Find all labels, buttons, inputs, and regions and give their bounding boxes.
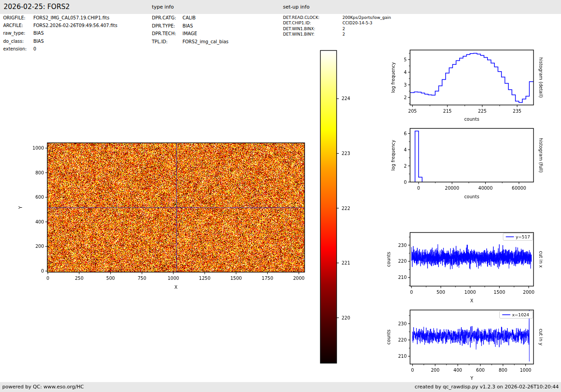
colorbar-tick-label: 224 bbox=[342, 96, 350, 101]
y-tick-label: 0 bbox=[404, 180, 406, 185]
cut_in_x-series-line bbox=[411, 244, 531, 269]
x-tick-label: 400 bbox=[453, 368, 462, 373]
x-tick-label: 2000 bbox=[523, 290, 534, 295]
x-tick-label: 200 bbox=[431, 368, 439, 373]
y-tick-label: 5 bbox=[404, 57, 406, 62]
footer-left-text: powered by QC: www.eso.org/HC bbox=[2, 384, 84, 390]
axes-box bbox=[410, 50, 534, 105]
colorbar-tick-label: 223 bbox=[342, 151, 350, 156]
x-tick-label: 250 bbox=[75, 276, 83, 281]
y-axis-label: counts bbox=[386, 329, 391, 344]
x-axis-label: X bbox=[174, 285, 178, 290]
side-label: histogram (detail) bbox=[538, 57, 543, 98]
y-axis-label: log frequency bbox=[391, 62, 396, 93]
x-tick-label: 1250 bbox=[199, 276, 210, 281]
side-label: histogram (full) bbox=[538, 138, 543, 173]
histogram_detail-series-line bbox=[410, 53, 534, 102]
y-tick-label: 400 bbox=[35, 219, 44, 224]
x-tick-label: 1500 bbox=[494, 290, 505, 295]
histogram_full-series-line bbox=[415, 131, 422, 182]
x-tick-label: 600 bbox=[476, 368, 485, 373]
y-tick-label: 600 bbox=[35, 195, 44, 200]
y-tick-label: 230 bbox=[398, 243, 406, 248]
x-tick-label: 2000 bbox=[293, 276, 304, 281]
colorbar-tick-label: 222 bbox=[342, 206, 350, 211]
footer-bar: powered by QC: www.eso.org/HC created by… bbox=[0, 382, 561, 392]
cut_in_y-axes: 02004006008001000210220230Ycountscut in … bbox=[386, 310, 543, 381]
x-tick-label: 40000 bbox=[479, 186, 493, 191]
x-tick-label: 1000 bbox=[520, 368, 531, 373]
axes-box bbox=[47, 143, 305, 272]
x-tick-label: 1750 bbox=[262, 276, 273, 281]
bias_image-axes: 0250500750100012501500175020000200400600… bbox=[18, 143, 305, 290]
axes-box bbox=[410, 128, 534, 182]
footer-right-text: created by qc_rawdisp.py v1.2.3 on 2026-… bbox=[415, 384, 559, 390]
x-tick-label: 500 bbox=[437, 290, 445, 295]
x-tick-label: 1000 bbox=[465, 290, 476, 295]
legend-label: x=1024 bbox=[512, 312, 529, 317]
y-tick-label: 800 bbox=[35, 170, 44, 175]
x-axis-label: Y bbox=[470, 376, 474, 381]
x-tick-label: 60000 bbox=[512, 186, 526, 191]
x-tick-label: 235 bbox=[513, 109, 521, 114]
histogram_detail-axes: 2052152252352345countslog frequencyhisto… bbox=[391, 50, 543, 122]
x-tick-label: 1500 bbox=[230, 276, 242, 281]
y-tick-label: 220 bbox=[398, 259, 406, 264]
y-tick-label: 6 bbox=[404, 131, 406, 136]
y-tick-label: 230 bbox=[398, 321, 406, 326]
y-tick-label: 210 bbox=[398, 275, 406, 280]
colorbar-gradient bbox=[320, 50, 337, 363]
y-tick-label: 1000 bbox=[32, 146, 44, 150]
y-tick-label: 2 bbox=[404, 164, 406, 169]
x-tick-label: 800 bbox=[499, 368, 507, 373]
colorbar-tick-label: 220 bbox=[342, 315, 350, 320]
x-tick-label: 0 bbox=[410, 290, 413, 295]
x-axis-label: counts bbox=[464, 117, 479, 122]
x-tick-label: 225 bbox=[478, 109, 487, 114]
y-axis-label: Y bbox=[18, 206, 23, 210]
x-tick-label: 20000 bbox=[445, 186, 459, 191]
x-tick-label: 205 bbox=[408, 109, 417, 114]
y-tick-label: 200 bbox=[35, 244, 44, 249]
x-axis-label: X bbox=[470, 298, 474, 303]
x-tick-label: 0 bbox=[411, 368, 414, 373]
y-tick-label: 220 bbox=[398, 337, 406, 342]
legend-label: y=517 bbox=[516, 234, 530, 239]
y-tick-label: 4 bbox=[404, 147, 406, 152]
y-tick-label: 4 bbox=[404, 70, 406, 75]
x-tick-label: 0 bbox=[46, 276, 49, 281]
x-tick-label: 500 bbox=[106, 276, 115, 281]
figure-plots-svg: 0250500750100012501500175020000200400600… bbox=[0, 0, 561, 392]
x-tick-label: 215 bbox=[443, 109, 452, 114]
colorbar-tick-label: 221 bbox=[342, 260, 350, 265]
x-tick-label: 1000 bbox=[168, 276, 179, 281]
colorbar: 220221222223224 bbox=[320, 50, 350, 363]
x-tick-label: 0 bbox=[417, 186, 420, 191]
histogram_full-axes: 02000040000600000246countslog frequencyh… bbox=[391, 128, 543, 199]
y-tick-label: 210 bbox=[398, 354, 406, 359]
side-label: cut in x bbox=[538, 251, 543, 268]
side-label: cut in y bbox=[538, 328, 543, 345]
cut_in_x-axes: 0500100015002000210220230Xcountscut in x bbox=[386, 232, 543, 303]
y-tick-label: 2 bbox=[404, 95, 406, 100]
y-axis-label: counts bbox=[386, 252, 391, 267]
y-tick-label: 0 bbox=[41, 269, 44, 273]
y-tick-label: 3 bbox=[404, 82, 406, 87]
x-axis-label: counts bbox=[464, 194, 479, 199]
cut_in_y-legend: x=1024 bbox=[500, 311, 533, 319]
cut_in_x-legend: y=517 bbox=[503, 233, 533, 241]
y-axis-label: log frequency bbox=[391, 140, 396, 171]
x-tick-label: 750 bbox=[137, 276, 146, 281]
